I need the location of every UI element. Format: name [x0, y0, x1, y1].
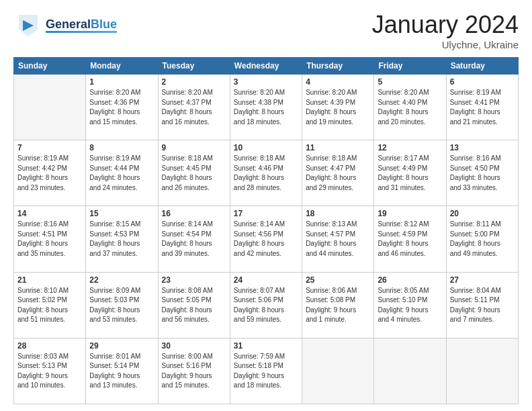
- day-info: Sunrise: 8:12 AM Sunset: 4:59 PM Dayligh…: [378, 220, 442, 259]
- table-row: 7Sunrise: 8:19 AM Sunset: 4:42 PM Daylig…: [14, 140, 86, 206]
- logo-blue-text: Blue: [91, 18, 117, 30]
- day-number: 2: [162, 77, 226, 87]
- day-info: Sunrise: 8:18 AM Sunset: 4:47 PM Dayligh…: [306, 154, 370, 193]
- day-number: 19: [378, 209, 442, 218]
- title-block: January 2024 Ulychne, Ukraine: [372, 11, 519, 50]
- day-info: Sunrise: 8:14 AM Sunset: 4:56 PM Dayligh…: [234, 220, 298, 259]
- day-info: Sunrise: 8:19 AM Sunset: 4:41 PM Dayligh…: [450, 88, 515, 127]
- day-number: 16: [162, 209, 226, 218]
- table-row: 22Sunrise: 8:09 AM Sunset: 5:03 PM Dayli…: [86, 272, 158, 338]
- day-number: 22: [89, 275, 154, 285]
- col-monday: Monday: [86, 58, 158, 75]
- table-row: 15Sunrise: 8:15 AM Sunset: 4:53 PM Dayli…: [86, 206, 158, 272]
- day-info: Sunrise: 7:59 AM Sunset: 5:18 PM Dayligh…: [234, 352, 298, 391]
- day-number: 15: [89, 209, 154, 218]
- day-number: 9: [162, 143, 226, 152]
- calendar-table: Sunday Monday Tuesday Wednesday Thursday…: [13, 57, 519, 404]
- table-row: 28Sunrise: 8:03 AM Sunset: 5:13 PM Dayli…: [14, 338, 86, 404]
- day-number: 31: [234, 341, 298, 351]
- day-info: Sunrise: 8:05 AM Sunset: 5:10 PM Dayligh…: [378, 286, 442, 325]
- day-info: Sunrise: 8:07 AM Sunset: 5:06 PM Dayligh…: [234, 286, 298, 325]
- table-row: 11Sunrise: 8:18 AM Sunset: 4:47 PM Dayli…: [302, 140, 374, 206]
- logo-underline: [46, 31, 117, 33]
- table-row: [302, 338, 374, 404]
- day-number: 14: [17, 209, 82, 218]
- day-number: 4: [306, 77, 370, 87]
- day-number: 18: [306, 209, 370, 218]
- day-info: Sunrise: 8:03 AM Sunset: 5:13 PM Dayligh…: [17, 352, 82, 391]
- table-row: 26Sunrise: 8:05 AM Sunset: 5:10 PM Dayli…: [374, 272, 446, 338]
- day-number: 25: [306, 275, 370, 285]
- day-number: 23: [162, 275, 226, 285]
- logo-icon: [13, 11, 43, 40]
- table-row: 13Sunrise: 8:16 AM Sunset: 4:50 PM Dayli…: [446, 140, 518, 206]
- table-row: 6Sunrise: 8:19 AM Sunset: 4:41 PM Daylig…: [446, 75, 518, 140]
- table-row: [374, 338, 446, 404]
- day-info: Sunrise: 8:00 AM Sunset: 5:16 PM Dayligh…: [162, 352, 226, 391]
- table-row: 29Sunrise: 8:01 AM Sunset: 5:14 PM Dayli…: [86, 338, 158, 404]
- day-info: Sunrise: 8:09 AM Sunset: 5:03 PM Dayligh…: [89, 286, 154, 325]
- table-row: 30Sunrise: 8:00 AM Sunset: 5:16 PM Dayli…: [158, 338, 230, 404]
- day-number: 1: [89, 77, 154, 87]
- day-number: 26: [378, 275, 442, 285]
- day-number: 28: [17, 341, 82, 351]
- table-row: 16Sunrise: 8:14 AM Sunset: 4:54 PM Dayli…: [158, 206, 230, 272]
- page: GeneralBlue January 2024 Ulychne, Ukrain…: [0, 0, 532, 411]
- day-info: Sunrise: 8:13 AM Sunset: 4:57 PM Dayligh…: [306, 220, 370, 259]
- day-info: Sunrise: 8:20 AM Sunset: 4:39 PM Dayligh…: [306, 88, 370, 127]
- day-number: 11: [306, 143, 370, 152]
- day-number: 29: [89, 341, 154, 351]
- day-info: Sunrise: 8:08 AM Sunset: 5:05 PM Dayligh…: [162, 286, 226, 325]
- table-row: 17Sunrise: 8:14 AM Sunset: 4:56 PM Dayli…: [230, 206, 302, 272]
- table-row: 18Sunrise: 8:13 AM Sunset: 4:57 PM Dayli…: [302, 206, 374, 272]
- table-row: 31Sunrise: 7:59 AM Sunset: 5:18 PM Dayli…: [230, 338, 302, 404]
- day-number: 17: [234, 209, 298, 218]
- table-row: [14, 75, 86, 140]
- day-info: Sunrise: 8:16 AM Sunset: 4:51 PM Dayligh…: [17, 220, 82, 259]
- table-row: 25Sunrise: 8:06 AM Sunset: 5:08 PM Dayli…: [302, 272, 374, 338]
- day-info: Sunrise: 8:10 AM Sunset: 5:02 PM Dayligh…: [17, 286, 82, 325]
- day-info: Sunrise: 8:15 AM Sunset: 4:53 PM Dayligh…: [89, 220, 154, 259]
- col-wednesday: Wednesday: [230, 58, 302, 75]
- col-friday: Friday: [374, 58, 446, 75]
- calendar-week-row: 21Sunrise: 8:10 AM Sunset: 5:02 PM Dayli…: [14, 272, 519, 338]
- calendar-header-row: Sunday Monday Tuesday Wednesday Thursday…: [14, 58, 519, 75]
- table-row: 27Sunrise: 8:04 AM Sunset: 5:11 PM Dayli…: [446, 272, 518, 338]
- day-number: 7: [17, 143, 82, 152]
- day-number: 8: [89, 143, 154, 152]
- day-info: Sunrise: 8:06 AM Sunset: 5:08 PM Dayligh…: [306, 286, 370, 325]
- header: GeneralBlue January 2024 Ulychne, Ukrain…: [13, 11, 519, 50]
- day-info: Sunrise: 8:18 AM Sunset: 4:45 PM Dayligh…: [162, 154, 226, 193]
- day-number: 12: [378, 143, 442, 152]
- table-row: 14Sunrise: 8:16 AM Sunset: 4:51 PM Dayli…: [14, 206, 86, 272]
- table-row: 24Sunrise: 8:07 AM Sunset: 5:06 PM Dayli…: [230, 272, 302, 338]
- calendar-week-row: 7Sunrise: 8:19 AM Sunset: 4:42 PM Daylig…: [14, 140, 519, 206]
- day-info: Sunrise: 8:20 AM Sunset: 4:37 PM Dayligh…: [162, 88, 226, 127]
- day-info: Sunrise: 8:16 AM Sunset: 4:50 PM Dayligh…: [450, 154, 515, 193]
- day-number: 30: [162, 341, 226, 351]
- table-row: 8Sunrise: 8:19 AM Sunset: 4:44 PM Daylig…: [86, 140, 158, 206]
- day-info: Sunrise: 8:19 AM Sunset: 4:44 PM Dayligh…: [89, 154, 154, 193]
- day-number: 20: [450, 209, 515, 218]
- table-row: 5Sunrise: 8:20 AM Sunset: 4:40 PM Daylig…: [374, 75, 446, 140]
- calendar-week-row: 28Sunrise: 8:03 AM Sunset: 5:13 PM Dayli…: [14, 338, 519, 404]
- day-info: Sunrise: 8:17 AM Sunset: 4:49 PM Dayligh…: [378, 154, 442, 193]
- table-row: 20Sunrise: 8:11 AM Sunset: 5:00 PM Dayli…: [446, 206, 518, 272]
- table-row: 10Sunrise: 8:18 AM Sunset: 4:46 PM Dayli…: [230, 140, 302, 206]
- calendar-week-row: 14Sunrise: 8:16 AM Sunset: 4:51 PM Dayli…: [14, 206, 519, 272]
- col-saturday: Saturday: [446, 58, 518, 75]
- col-thursday: Thursday: [302, 58, 374, 75]
- day-number: 27: [450, 275, 515, 285]
- col-sunday: Sunday: [14, 58, 86, 75]
- day-info: Sunrise: 8:01 AM Sunset: 5:14 PM Dayligh…: [89, 352, 154, 391]
- table-row: 21Sunrise: 8:10 AM Sunset: 5:02 PM Dayli…: [14, 272, 86, 338]
- day-number: 13: [450, 143, 515, 152]
- day-number: 3: [234, 77, 298, 87]
- table-row: 23Sunrise: 8:08 AM Sunset: 5:05 PM Dayli…: [158, 272, 230, 338]
- calendar-week-row: 1Sunrise: 8:20 AM Sunset: 4:36 PM Daylig…: [14, 75, 519, 140]
- day-number: 24: [234, 275, 298, 285]
- day-number: 5: [378, 77, 442, 87]
- table-row: 1Sunrise: 8:20 AM Sunset: 4:36 PM Daylig…: [86, 75, 158, 140]
- table-row: 12Sunrise: 8:17 AM Sunset: 4:49 PM Dayli…: [374, 140, 446, 206]
- logo-words: GeneralBlue: [46, 18, 117, 33]
